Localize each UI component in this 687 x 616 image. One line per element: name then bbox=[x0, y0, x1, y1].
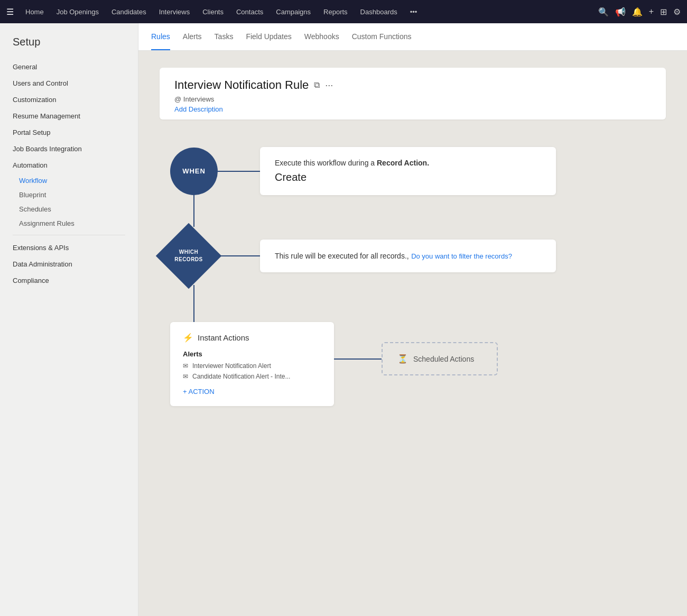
sidebar-item-extensions-apis[interactable]: Extensions & APIs bbox=[0, 240, 138, 256]
v-connector-1 bbox=[193, 195, 194, 227]
which-connector-line bbox=[218, 255, 260, 256]
bell-icon[interactable]: 🔔 bbox=[632, 7, 643, 17]
sidebar-item-resume-management[interactable]: Resume Management bbox=[0, 108, 138, 124]
hourglass-icon: ⏳ bbox=[397, 354, 408, 364]
sidebar: Setup General Users and Control Customiz… bbox=[0, 23, 138, 616]
instant-actions-card: ⚡ Instant Actions Alerts ✉ Interviewer N… bbox=[170, 322, 334, 406]
nav-reports[interactable]: Reports bbox=[318, 6, 353, 18]
which-records-text: This rule will be executed for all recor… bbox=[275, 252, 409, 260]
add-action-button[interactable]: + ACTION bbox=[183, 388, 321, 396]
which-records-row: WHICHRECORDS This rule will be executed … bbox=[160, 227, 666, 285]
instant-actions-title: ⚡ Instant Actions bbox=[183, 333, 321, 343]
copy-icon[interactable]: ⧉ bbox=[314, 80, 320, 90]
nav-campaigns[interactable]: Campaigns bbox=[271, 6, 316, 18]
diamond-label: WHICHRECORDS bbox=[160, 227, 218, 285]
filter-records-link[interactable]: Do you want to filter the records? bbox=[411, 252, 512, 260]
canvas-area: Interview Notification Rule ⧉ ··· @ Inte… bbox=[138, 51, 687, 616]
sidebar-title: Setup bbox=[0, 36, 138, 59]
nav-dashboards[interactable]: Dashboards bbox=[355, 6, 403, 18]
v-connector-2 bbox=[193, 285, 194, 322]
when-text-prefix: Execute this workflow during a bbox=[275, 159, 377, 167]
tab-rules[interactable]: Rules bbox=[151, 24, 170, 50]
sidebar-separator bbox=[13, 235, 125, 235]
sidebar-item-data-administration[interactable]: Data Administration bbox=[0, 256, 138, 272]
scheduled-actions-label: Scheduled Actions bbox=[413, 355, 474, 363]
when-card-value: Create bbox=[275, 171, 541, 183]
nav-interviews[interactable]: Interviews bbox=[154, 6, 196, 18]
sidebar-item-compliance[interactable]: Compliance bbox=[0, 272, 138, 289]
settings-icon[interactable]: ⚙ bbox=[673, 7, 681, 17]
app-body: Setup General Users and Control Customiz… bbox=[0, 23, 687, 616]
alert-item-1[interactable]: ✉ Interviewer Notification Alert bbox=[183, 362, 321, 370]
nav-icon-group: 🔍 📢 🔔 + ⊞ ⚙ bbox=[598, 7, 681, 17]
more-options-icon[interactable]: ··· bbox=[325, 80, 333, 91]
actions-row: ⚡ Instant Actions Alerts ✉ Interviewer N… bbox=[160, 322, 666, 406]
alerts-section-title: Alerts bbox=[183, 350, 321, 358]
main-content: Rules Alerts Tasks Field Updates Webhook… bbox=[138, 23, 687, 616]
nav-job-openings[interactable]: Job Openings bbox=[51, 6, 104, 18]
notifications-icon[interactable]: 📢 bbox=[615, 7, 626, 17]
h-connector-group: ⏳ Scheduled Actions bbox=[334, 342, 498, 375]
when-text-bold: Record Action. bbox=[377, 159, 429, 167]
nav-more[interactable]: ••• bbox=[405, 6, 423, 18]
sidebar-item-portal-setup[interactable]: Portal Setup bbox=[0, 124, 138, 141]
when-connector-line bbox=[218, 171, 260, 172]
tab-custom-functions[interactable]: Custom Functions bbox=[352, 24, 412, 50]
add-description-link[interactable]: Add Description bbox=[174, 105, 651, 113]
search-icon[interactable]: 🔍 bbox=[598, 7, 609, 17]
alert-label-1: Interviewer Notification Alert bbox=[192, 362, 271, 370]
when-card[interactable]: Execute this workflow during a Record Ac… bbox=[260, 147, 556, 195]
scheduled-actions-card[interactable]: ⏳ Scheduled Actions bbox=[382, 342, 498, 375]
sidebar-sub-workflow[interactable]: Workflow bbox=[0, 173, 138, 188]
sidebar-sub-blueprint[interactable]: Blueprint bbox=[0, 188, 138, 202]
mail-icon-1: ✉ bbox=[183, 362, 188, 370]
alert-item-2[interactable]: ✉ Candidate Notification Alert - Inte... bbox=[183, 373, 321, 380]
which-records-node[interactable]: WHICHRECORDS bbox=[160, 227, 218, 285]
sidebar-item-automation[interactable]: Automation bbox=[0, 157, 138, 173]
nav-candidates[interactable]: Candidates bbox=[106, 6, 152, 18]
lightning-icon: ⚡ bbox=[183, 333, 193, 343]
tab-field-updates[interactable]: Field Updates bbox=[246, 24, 291, 50]
sidebar-item-customization[interactable]: Customization bbox=[0, 91, 138, 108]
which-records-label: WHICHRECORDS bbox=[174, 249, 203, 263]
rule-title: Interview Notification Rule bbox=[174, 78, 309, 92]
mail-icon-2: ✉ bbox=[183, 373, 188, 380]
nav-contacts[interactable]: Contacts bbox=[231, 6, 268, 18]
sidebar-item-users-control[interactable]: Users and Control bbox=[0, 75, 138, 91]
tab-alerts[interactable]: Alerts bbox=[183, 24, 202, 50]
workflow-diagram: WHEN Execute this workflow during a Reco… bbox=[160, 136, 666, 417]
hamburger-menu[interactable]: ☰ bbox=[6, 7, 14, 17]
rule-title-row: Interview Notification Rule ⧉ ··· bbox=[174, 78, 651, 92]
h-connector-line bbox=[334, 358, 382, 360]
tab-webhooks[interactable]: Webhooks bbox=[304, 24, 339, 50]
nav-clients[interactable]: Clients bbox=[197, 6, 229, 18]
sidebar-sub-schedules[interactable]: Schedules bbox=[0, 202, 138, 216]
tab-tasks[interactable]: Tasks bbox=[215, 24, 234, 50]
sidebar-item-job-boards[interactable]: Job Boards Integration bbox=[0, 141, 138, 157]
add-icon[interactable]: + bbox=[649, 7, 654, 16]
top-navigation: ☰ Home Job Openings Candidates Interview… bbox=[0, 0, 687, 23]
when-node[interactable]: WHEN bbox=[170, 148, 218, 195]
which-records-card[interactable]: This rule will be executed for all recor… bbox=[260, 240, 556, 272]
when-card-text: Execute this workflow during a Record Ac… bbox=[275, 159, 541, 167]
instant-actions-label: Instant Actions bbox=[198, 333, 249, 342]
nav-home[interactable]: Home bbox=[20, 6, 49, 18]
alert-label-2: Candidate Notification Alert - Inte... bbox=[192, 373, 290, 380]
sidebar-sub-assignment-rules[interactable]: Assignment Rules bbox=[0, 216, 138, 231]
rule-info-section: Interview Notification Rule ⧉ ··· @ Inte… bbox=[160, 68, 666, 119]
sidebar-item-general[interactable]: General bbox=[0, 59, 138, 75]
tabs-bar: Rules Alerts Tasks Field Updates Webhook… bbox=[138, 23, 687, 51]
when-row: WHEN Execute this workflow during a Reco… bbox=[160, 147, 666, 195]
rule-subtitle: @ Interviews bbox=[174, 95, 651, 103]
apps-icon[interactable]: ⊞ bbox=[660, 7, 667, 17]
